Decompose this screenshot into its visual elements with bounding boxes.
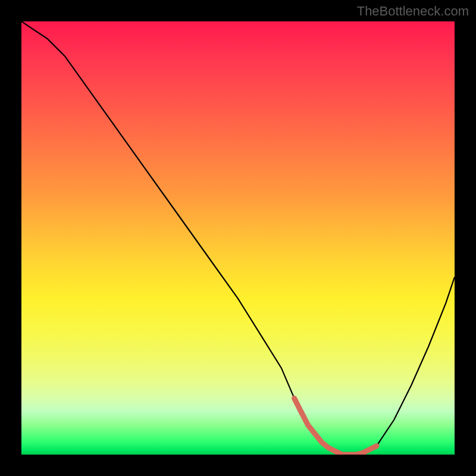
watermark-text: TheBottleneck.com — [357, 4, 469, 19]
plot-area — [21, 21, 455, 455]
chart-svg — [21, 21, 455, 455]
bottleneck-curve — [21, 21, 455, 455]
optimal-range-highlight — [295, 398, 377, 455]
